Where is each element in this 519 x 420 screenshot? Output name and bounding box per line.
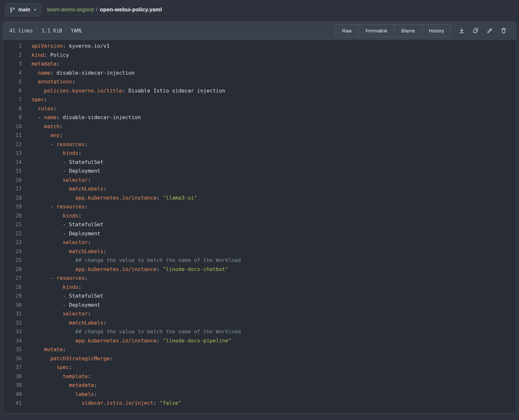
line-number[interactable]: 23 xyxy=(3,238,22,247)
line-number[interactable]: 25 xyxy=(3,256,22,265)
line-number[interactable]: 21 xyxy=(3,220,22,229)
line-content: template: xyxy=(22,372,91,381)
line-content: app.kubernetes.io/instance: "linode-docs… xyxy=(22,265,228,274)
line-content: kinds: xyxy=(22,283,81,292)
code-line: 41 sidecar.istio.io/inject: "false" xyxy=(3,399,516,408)
line-number[interactable]: 1 xyxy=(3,42,22,51)
line-content: kinds: xyxy=(22,211,81,220)
line-number[interactable]: 38 xyxy=(3,372,22,381)
code-line: 22 - Deployment xyxy=(3,229,516,238)
line-content: metadata: xyxy=(22,59,60,68)
code-line: 4 name: disable-sidecar-injection xyxy=(3,68,516,78)
line-number[interactable]: 7 xyxy=(3,95,22,104)
line-number[interactable]: 5 xyxy=(3,77,22,86)
download-icon xyxy=(459,28,465,34)
line-number[interactable]: 22 xyxy=(3,229,22,238)
line-number[interactable]: 24 xyxy=(3,247,22,256)
edit-button[interactable] xyxy=(484,25,495,36)
code-line: 34 app.kubernetes.io/instance: "linode-d… xyxy=(3,336,516,345)
line-number[interactable]: 3 xyxy=(3,59,22,68)
line-content: spec: xyxy=(22,363,72,372)
history-button[interactable]: History xyxy=(422,25,451,37)
code-line: 24 matchLabels: xyxy=(3,247,516,256)
line-content: - StatefulSet xyxy=(22,158,103,167)
code-line: 35 mutate: xyxy=(3,345,516,354)
line-content: policies.kyverno.io/title: Disable Istio… xyxy=(22,86,225,95)
branch-selector-button[interactable]: main xyxy=(5,3,41,16)
line-number[interactable]: 31 xyxy=(3,309,22,318)
line-number[interactable]: 18 xyxy=(3,193,22,203)
divider xyxy=(66,27,66,34)
line-content: - StatefulSet xyxy=(22,291,103,301)
line-number[interactable]: 9 xyxy=(3,113,22,122)
line-number[interactable]: 13 xyxy=(3,149,22,158)
code-line: 29 - StatefulSet xyxy=(3,291,516,301)
line-number[interactable]: 19 xyxy=(3,202,22,211)
path-separator: / xyxy=(96,6,98,13)
line-number[interactable]: 11 xyxy=(3,131,22,140)
line-number[interactable]: 33 xyxy=(3,327,22,336)
file-view-container: 41 lines 1.1 KiB YAML Raw Permalink Blam… xyxy=(3,21,516,414)
top-bar: main team-demo-argocd / open-webui-polic… xyxy=(0,0,519,19)
line-number[interactable]: 41 xyxy=(3,399,22,408)
file-size: 1.1 KiB xyxy=(42,28,62,34)
delete-button[interactable] xyxy=(498,25,509,36)
line-number[interactable]: 34 xyxy=(3,336,22,345)
line-number[interactable]: 39 xyxy=(3,381,22,390)
line-content: - name: disable-sidecar-injection xyxy=(22,113,141,122)
line-number[interactable]: 15 xyxy=(3,167,22,176)
line-number[interactable]: 2 xyxy=(3,51,22,60)
line-content: any: xyxy=(22,131,63,140)
code-line: 6 policies.kyverno.io/title: Disable Ist… xyxy=(3,86,516,95)
line-number[interactable]: 20 xyxy=(3,211,22,220)
line-content: - resources: xyxy=(22,140,88,149)
line-number[interactable]: 40 xyxy=(3,390,22,399)
line-number[interactable]: 12 xyxy=(3,140,22,149)
code-line: 27 - resources: xyxy=(3,274,516,283)
line-number[interactable]: 17 xyxy=(3,184,22,193)
line-content: patchStrategicMerge: xyxy=(22,354,113,363)
copy-button[interactable] xyxy=(470,25,481,36)
blame-button[interactable]: Blame xyxy=(394,25,422,37)
repo-link[interactable]: team-demo-argocd xyxy=(47,6,94,13)
code-line: 15 - Deployment xyxy=(3,167,516,176)
code-line: 9 - name: disable-sidecar-injection xyxy=(3,113,516,122)
download-button[interactable] xyxy=(456,25,467,36)
code-line: 32 matchLabels: xyxy=(3,318,516,327)
branch-label: main xyxy=(18,7,30,13)
line-number[interactable]: 28 xyxy=(3,283,22,292)
line-number[interactable]: 4 xyxy=(3,68,22,78)
code-line: 10 match: xyxy=(3,122,516,131)
delete-icon xyxy=(501,28,507,34)
code-line: 17 matchLabels: xyxy=(3,184,516,193)
permalink-button[interactable]: Permalink xyxy=(358,25,394,37)
action-button-group: Raw Permalink Blame History xyxy=(335,24,451,37)
line-number[interactable]: 32 xyxy=(3,318,22,327)
line-content: matchLabels: xyxy=(22,184,106,193)
line-number[interactable]: 37 xyxy=(3,363,22,372)
line-number[interactable]: 8 xyxy=(3,104,22,113)
code-line: 40 labels: xyxy=(3,390,516,399)
file-actions: Raw Permalink Blame History xyxy=(335,24,509,37)
line-number[interactable]: 10 xyxy=(3,122,22,131)
line-content: - StatefulSet xyxy=(22,220,103,229)
code-line: 30 - Deployment xyxy=(3,301,516,310)
line-number[interactable]: 27 xyxy=(3,274,22,283)
line-number[interactable]: 29 xyxy=(3,291,22,301)
code-view: 1apiVersion: kyverno.io/v12kind: Policy3… xyxy=(3,40,516,414)
code-line: 16 selector: xyxy=(3,176,516,185)
line-number[interactable]: 30 xyxy=(3,301,22,310)
line-content: metadata: xyxy=(22,381,97,390)
code-line: 26 app.kubernetes.io/instance: "linode-d… xyxy=(3,265,516,274)
line-number[interactable]: 36 xyxy=(3,354,22,363)
raw-button[interactable]: Raw xyxy=(335,25,358,37)
code-line: 19 - resources: xyxy=(3,202,516,211)
code-line: 12 - resources: xyxy=(3,140,516,149)
line-number[interactable]: 14 xyxy=(3,158,22,167)
line-content: mutate: xyxy=(22,345,66,354)
line-number[interactable]: 6 xyxy=(3,86,22,95)
line-number[interactable]: 35 xyxy=(3,345,22,354)
line-content: selector: xyxy=(22,238,91,247)
line-number[interactable]: 16 xyxy=(3,176,22,185)
line-number[interactable]: 26 xyxy=(3,265,22,274)
